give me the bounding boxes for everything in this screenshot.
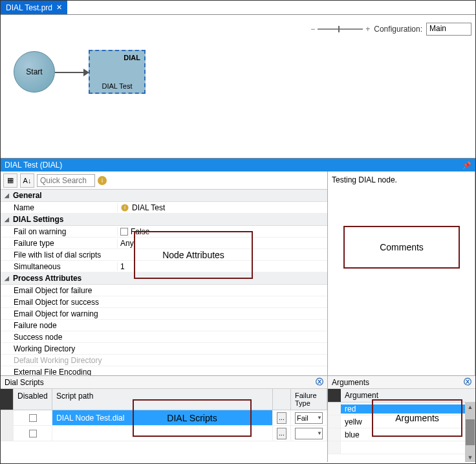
checkbox-icon[interactable] (29, 430, 37, 437)
plus-icon[interactable]: + (365, 25, 370, 34)
properties-row: ▦ A↓ i ◢General Name iDIAL Test ◢DIAL Se… (1, 171, 475, 375)
col-failure-type[interactable]: Failure Type (291, 389, 327, 410)
zoom-slider[interactable]: − + (310, 25, 370, 34)
property-grid[interactable]: ◢General Name iDIAL Test ◢DIAL Settings … (1, 190, 327, 375)
browse-cell: ... (273, 426, 291, 441)
sort-button[interactable]: A↓ (20, 173, 34, 188)
annotation-dial-scripts: DIAL Scripts (133, 399, 252, 437)
comments-column: Testing DIAL node. Comments (328, 171, 475, 375)
config-strip: − + Configuration: Main (310, 23, 471, 36)
browse-button[interactable]: ... (277, 428, 287, 439)
annotation-arguments: Arguments (372, 399, 462, 437)
corner-icon (1, 389, 14, 410)
disabled-cell[interactable] (14, 410, 52, 425)
list-item[interactable] (328, 441, 475, 454)
prop-email-warning[interactable]: Email Object for warning (1, 308, 327, 320)
connector-line[interactable] (55, 72, 87, 73)
search-input[interactable] (37, 174, 95, 187)
comments-text[interactable]: Testing DIAL node. (328, 171, 475, 375)
close-panel-icon[interactable]: ⓧ (316, 377, 323, 388)
prop-default-working-directory: Default Working Directory (1, 355, 327, 366)
close-icon[interactable]: ✕ (56, 3, 62, 12)
disabled-cell[interactable] (14, 426, 52, 441)
scroll-down-icon[interactable]: ▼ (466, 453, 475, 462)
attributes-toolbar: ▦ A↓ i (1, 171, 327, 190)
prop-failure-node[interactable]: Failure node (1, 320, 327, 331)
browse-cell: ... (273, 410, 291, 425)
panel-title: DIAL Test (DIAL) (5, 160, 62, 170)
failure-type-cell[interactable]: Fail▼ (291, 410, 327, 425)
scrollbar[interactable]: ▲ ▼ (465, 403, 475, 462)
minus-icon[interactable]: − (310, 25, 315, 34)
dial-scripts-panel: Dial Scripts ⓧ Disabled Script path Fail… (1, 376, 328, 462)
attributes-column: ▦ A↓ i ◢General Name iDIAL Test ◢DIAL Se… (1, 171, 328, 375)
arguments-panel: Arguments ⓧ Argument red yellw blue ▲ ▼ … (328, 376, 475, 462)
dial-node-label: DIAL Test (102, 82, 132, 90)
slider-thumb[interactable] (338, 26, 340, 32)
prop-email-failure[interactable]: Email Object for failure (1, 285, 327, 296)
info-icon: i (121, 204, 128, 211)
failure-type-select[interactable]: ▼ (295, 428, 323, 439)
prop-external-file-encoding[interactable]: External File Encoding (1, 366, 327, 375)
failure-type-select[interactable]: Fail▼ (295, 412, 323, 424)
chevron-down-icon: ▼ (317, 430, 322, 436)
prop-working-directory[interactable]: Working Directory (1, 343, 327, 355)
checkbox-icon[interactable] (120, 228, 128, 236)
tab-bar: DIAL Test.prd ✕ (1, 1, 475, 15)
row-handle[interactable] (1, 426, 14, 441)
file-tab[interactable]: DIAL Test.prd ✕ (1, 1, 67, 14)
canvas-area[interactable]: − + Configuration: Main Start DIAL DIAL … (1, 15, 475, 159)
row-handle[interactable] (328, 441, 341, 454)
info-icon[interactable]: i (98, 176, 107, 185)
category-dial-settings[interactable]: ◢DIAL Settings (1, 214, 327, 226)
bottom-row: Dial Scripts ⓧ Disabled Script path Fail… (1, 375, 475, 462)
start-node[interactable]: Start (14, 51, 55, 93)
annotation-comments: Comments (343, 226, 460, 269)
col-browse (273, 389, 291, 410)
annotation-node-attributes: Node Attributes (134, 231, 253, 279)
dial-node-type: DIAL (124, 54, 144, 61)
prop-email-success[interactable]: Email Object for success (1, 296, 327, 308)
prop-name[interactable]: Name iDIAL Test (1, 202, 327, 214)
scroll-thumb[interactable] (466, 419, 475, 445)
config-label: Configuration: (374, 25, 422, 34)
close-panel-icon[interactable]: ⓧ (464, 377, 471, 388)
arguments-header: Arguments ⓧ (328, 376, 475, 389)
row-handle[interactable] (328, 415, 341, 428)
checkbox-icon[interactable] (29, 414, 37, 422)
failure-type-cell[interactable]: ▼ (291, 426, 327, 441)
prop-success-node[interactable]: Success node (1, 331, 327, 343)
pin-icon[interactable]: 📌 (462, 161, 471, 170)
browse-button[interactable]: ... (277, 412, 287, 424)
category-general[interactable]: ◢General (1, 190, 327, 202)
scroll-up-icon[interactable]: ▲ (466, 403, 475, 412)
row-handle[interactable] (328, 428, 341, 441)
tab-title: DIAL Test.prd (6, 3, 52, 12)
categorize-button[interactable]: ▦ (3, 173, 17, 188)
panel-title-bar: DIAL Test (DIAL) 📌 (1, 159, 475, 171)
config-select[interactable]: Main (426, 23, 471, 36)
dial-node[interactable]: DIAL DIAL Test (89, 50, 146, 94)
col-disabled[interactable]: Disabled (14, 389, 52, 410)
slider-track[interactable] (318, 28, 363, 30)
chevron-down-icon: ▼ (317, 415, 322, 421)
row-handle[interactable] (328, 403, 341, 415)
row-handle[interactable] (1, 410, 14, 425)
corner-icon (328, 389, 341, 402)
dial-scripts-header: Dial Scripts ⓧ (1, 376, 327, 389)
